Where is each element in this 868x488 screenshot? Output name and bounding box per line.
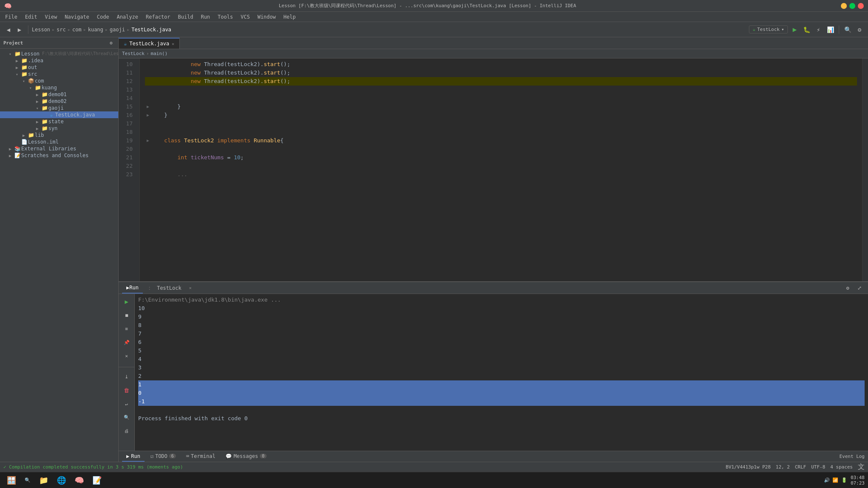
tree-item-state[interactable]: ▶ 📁 state (0, 118, 118, 125)
tree-item-scratches[interactable]: ▶ 📝 Scratches and Consoles (0, 152, 118, 159)
bottom-tab-messages[interactable]: 💬 Messages 0 (221, 451, 271, 462)
output-line-5: 5 (138, 347, 865, 355)
clear-output-btn[interactable]: 🗑 (121, 384, 133, 396)
output-line-neg1[interactable]: -1 (138, 397, 865, 406)
pin-tab-btn[interactable]: 📌 (121, 336, 133, 348)
tree-item-idea[interactable]: ▶ 📁 .idea (0, 57, 118, 64)
output-line-0[interactable]: 0 (138, 389, 865, 397)
menu-edit[interactable]: Edit (22, 13, 41, 21)
toolbar-nav: ◀ ▶ (3, 25, 25, 35)
breadcrumb-com[interactable]: com (72, 27, 82, 33)
run-button[interactable]: ▶ (790, 25, 800, 35)
run-tab-close-btn[interactable]: ✕ (189, 286, 192, 290)
menu-vcs[interactable]: VCS (237, 13, 253, 21)
restore-layout-btn[interactable]: ≡ (121, 323, 133, 335)
rerun-btn[interactable]: ▶ (121, 296, 133, 308)
tree-item-syn[interactable]: ▶ 📁 syn (0, 125, 118, 132)
code-editor[interactable]: 10 11 12 13 14 15 16 17 18 19 20 21 22 2… (119, 58, 862, 281)
tree-item-testlock[interactable]: ☕ TestLock.java (0, 111, 118, 118)
bottom-tab-todo[interactable]: ☑ TODO 6 (146, 451, 180, 462)
indent-indicator[interactable]: 4 spaces (830, 464, 853, 470)
run-output[interactable]: F:\Environment\java\jdk1.8\bin\java.exe … (135, 294, 868, 451)
settings-btn[interactable]: ⚙ (854, 25, 865, 35)
menu-navigate[interactable]: Navigate (61, 13, 93, 21)
tree-item-com[interactable]: ▾ 📦 com (0, 78, 118, 84)
breadcrumb-kuang[interactable]: kuang (88, 27, 103, 33)
fold-arrow-16[interactable]: ▶ (145, 111, 151, 119)
breadcrumb-lesson[interactable]: Lesson (32, 27, 50, 33)
tree-item-ext-libs[interactable]: ▶ 📚 External Libraries (0, 145, 118, 152)
menu-window[interactable]: Window (254, 13, 279, 21)
tree-item-src[interactable]: ▾ 📁 src (0, 71, 118, 78)
notepad-icon: 📝 (92, 476, 102, 485)
tree-item-demo02[interactable]: ▶ 📁 demo02 (0, 98, 118, 105)
menu-tools[interactable]: Tools (214, 13, 236, 21)
taskbar-explorer[interactable]: 📁 (36, 475, 52, 485)
breadcrumb-gaoji[interactable]: gaoji (110, 27, 125, 33)
output-finish-text: Process finished with exit code 0 (138, 414, 248, 423)
breadcrumb-testlock[interactable]: TestLock (122, 51, 145, 56)
taskbar-intellij[interactable]: 🧠 (71, 475, 87, 485)
tree-item-lesson[interactable]: ▾ 📁 Lesson F:\教大班级\同课程代码\Thread\Lesson (0, 50, 118, 57)
bottom-tab-run[interactable]: ▶ Run (122, 451, 145, 462)
menu-refactor[interactable]: Refactor (142, 13, 174, 21)
taskbar-search[interactable]: 🔍 (21, 477, 34, 484)
stop-btn[interactable]: ⏹ (121, 309, 133, 321)
menu-analyze[interactable]: Analyze (113, 13, 142, 21)
crlf-indicator[interactable]: CRLF (795, 464, 806, 470)
menu-help[interactable]: Help (280, 13, 299, 21)
tree-label-src: src (28, 71, 37, 77)
run-panel-maximize-btn[interactable]: ⤢ (854, 283, 865, 293)
run-config-name-tab[interactable]: TestLock (154, 285, 184, 291)
profile-button[interactable]: 📊 (825, 25, 835, 35)
search-everywhere-btn[interactable]: 🔍 (843, 25, 853, 35)
close-output-btn[interactable]: ✕ (121, 350, 133, 362)
terminal-tab-icon: ⌨ (186, 453, 189, 459)
breadcrumb-main[interactable]: main() (151, 51, 168, 56)
tree-item-kuang[interactable]: ▾ 📁 kuang (0, 84, 118, 91)
taskbar-notepad[interactable]: 📝 (89, 475, 105, 485)
scroll-to-end-btn[interactable]: ⤓ (121, 371, 133, 383)
bottom-tab-terminal[interactable]: ⌨ Terminal (182, 451, 220, 462)
run-tab-run[interactable]: ▶ Run (122, 282, 143, 294)
tree-item-lesson-iml[interactable]: 📄 Lesson.iml (0, 139, 118, 145)
sidebar-settings-btn[interactable]: ⚙ (107, 39, 115, 47)
output-line-1[interactable]: 1 (138, 380, 865, 389)
output-line-blank (138, 406, 865, 414)
menu-view[interactable]: View (42, 13, 61, 21)
toolbar-back-btn[interactable]: ◀ (3, 25, 14, 35)
tab-java-icon: ☕ (124, 41, 127, 47)
editor-tab-testlock[interactable]: ☕ TestLock.java ✕ (119, 38, 180, 49)
menu-file[interactable]: File (2, 13, 21, 21)
fold-arrow-19[interactable]: ▶ (145, 136, 151, 145)
tree-item-gaoji[interactable]: ▾ 📁 gaoji (0, 105, 118, 111)
minimize-btn[interactable] (841, 3, 847, 9)
coverage-button[interactable]: ⚡ (813, 25, 823, 35)
tree-item-out[interactable]: ▶ 📁 out (0, 64, 118, 71)
fold-arrow-15[interactable]: ▶ (145, 103, 151, 111)
filter-btn[interactable]: 🔍 (121, 411, 133, 423)
menu-build[interactable]: Build (175, 13, 197, 21)
syn-folder-icon: 📁 (41, 125, 48, 131)
tree-item-demo01[interactable]: ▶ 📁 demo01 (0, 91, 118, 98)
menu-code[interactable]: Code (94, 13, 113, 21)
print-btn[interactable]: 🖨 (121, 425, 133, 437)
encoding-indicator[interactable]: UTF-8 (811, 464, 825, 470)
toolbar-forward-btn[interactable]: ▶ (14, 25, 25, 35)
maximize-btn[interactable] (849, 3, 855, 9)
breadcrumb-file[interactable]: TestLock.java (131, 27, 171, 33)
taskbar-browser[interactable]: 🌐 (53, 475, 70, 485)
soft-wrap-btn[interactable]: ↵ (121, 398, 133, 410)
git-branch[interactable]: BV1/V4413p1w P28 (726, 464, 771, 470)
debug-button[interactable]: 🐛 (801, 25, 812, 35)
menu-run[interactable]: Run (198, 13, 214, 21)
tree-item-lib[interactable]: ▶ 📁 lib (0, 132, 118, 139)
event-log-link[interactable]: Event Log (839, 454, 865, 459)
breadcrumb-src[interactable]: src (57, 27, 66, 33)
tab-close-btn[interactable]: ✕ (172, 42, 174, 46)
run-panel-settings-btn[interactable]: ⚙ (843, 283, 853, 293)
taskbar-start-btn[interactable]: 🪟 (3, 475, 19, 485)
close-btn[interactable] (858, 3, 864, 9)
code-line-20 (145, 145, 857, 153)
run-config-selector[interactable]: ☕ TestLock ▾ (749, 25, 788, 33)
